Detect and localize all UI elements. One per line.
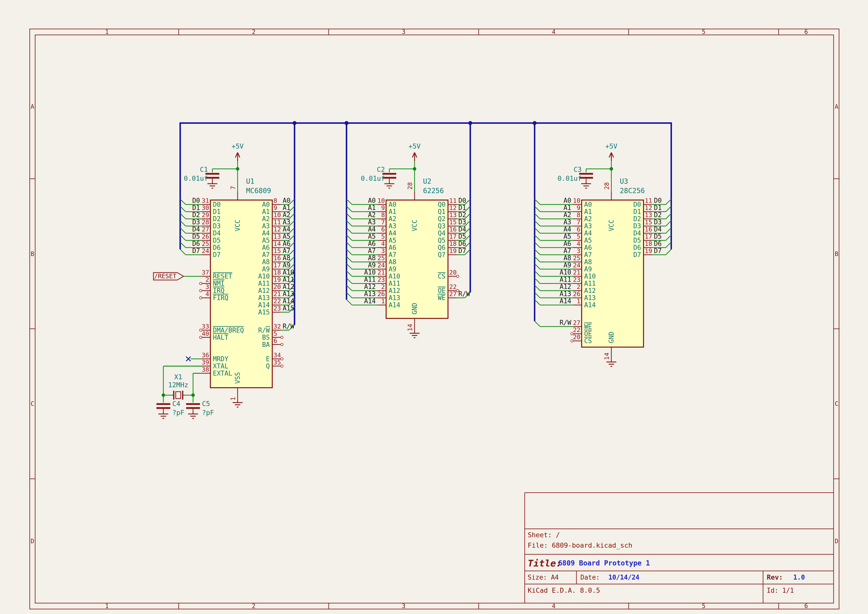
ground-symbol[interactable] (208, 182, 217, 188)
pin-number[interactable]: 11 (449, 197, 457, 204)
pin-number[interactable]: 28 (406, 182, 414, 190)
net-label[interactable]: A3 (283, 219, 290, 226)
net-label[interactable]: A9 (283, 262, 290, 269)
pin-number[interactable]: 8 (273, 197, 277, 204)
pin-name[interactable]: A6 (262, 244, 270, 251)
net-label[interactable]: A10 (560, 268, 571, 276)
pin-name[interactable]: D4 (213, 229, 220, 237)
pin-number[interactable]: 28 (603, 182, 610, 190)
ic-value[interactable]: 28C256 (620, 187, 645, 195)
pin-number[interactable]: 20 (449, 269, 457, 276)
bus-entry[interactable] (535, 220, 540, 226)
net-label[interactable]: A2 (368, 211, 376, 219)
pin-name[interactable]: A5 (262, 237, 270, 244)
pin-name[interactable]: DMA/BREQ (213, 327, 244, 334)
pin-number[interactable]: 35 (273, 359, 281, 366)
capacitor-value[interactable]: ?pF (172, 409, 184, 416)
ic-value[interactable]: MC6809 (246, 187, 271, 195)
bus-entry[interactable] (180, 249, 186, 255)
pin-name[interactable]: A11 (584, 280, 596, 287)
power-cluster-u1[interactable]: +5VC10.01uf (184, 143, 243, 192)
pin-number[interactable]: 12 (449, 204, 457, 211)
net-label[interactable]: D7 (654, 247, 662, 254)
bus-entry[interactable] (666, 242, 671, 248)
pin-name[interactable]: A2 (584, 215, 592, 223)
pin-name[interactable]: A14 (389, 301, 400, 309)
net-label[interactable]: A8 (368, 254, 376, 262)
pin-name[interactable]: A7 (262, 251, 270, 259)
pin-name[interactable]: D3 (633, 222, 641, 230)
pin-name[interactable]: A1 (262, 208, 270, 216)
pin-number[interactable]: 16 (273, 254, 281, 262)
titleblock-title-value[interactable]: 6809 Board Prototype 1 (558, 559, 650, 567)
bus-entry[interactable] (535, 235, 540, 240)
net-label[interactable]: A2 (564, 211, 571, 219)
pin-number[interactable]: 18 (449, 240, 457, 247)
bus-entry[interactable] (666, 220, 671, 226)
pin-number[interactable]: 4 (381, 240, 385, 247)
pin-number[interactable]: 24 (377, 262, 385, 269)
pin-number[interactable]: 15 (645, 219, 652, 226)
pin-name[interactable]: GND (411, 303, 418, 315)
pin-number[interactable]: 3 (205, 283, 209, 290)
pin-number[interactable]: 2 (577, 283, 580, 290)
pin-number[interactable]: 10 (273, 211, 281, 219)
pin-name[interactable]: CS (438, 273, 445, 280)
pin-number[interactable]: 19 (645, 247, 652, 254)
pin-name[interactable]: A12 (584, 287, 596, 295)
bus-entry[interactable] (535, 213, 540, 219)
bus-entry[interactable] (535, 242, 540, 248)
pin-name[interactable]: FIRQ (213, 294, 228, 302)
pin-number[interactable]: 21 (377, 269, 385, 276)
crystal-value[interactable]: 12MHz (168, 381, 188, 389)
pin-name[interactable]: Q1 (438, 208, 445, 216)
pin-name[interactable]: A14 (258, 301, 270, 309)
pin-name[interactable]: A3 (389, 222, 396, 230)
pin-name[interactable]: A11 (389, 280, 400, 287)
pin-number[interactable]: 23 (377, 276, 385, 283)
pin-number[interactable]: 25 (377, 254, 385, 262)
net-label[interactable]: A15 (283, 304, 294, 312)
bus-entry[interactable] (666, 249, 671, 255)
net-label[interactable]: A9 (368, 262, 376, 269)
pin-name[interactable]: Q4 (438, 229, 445, 237)
pin-name[interactable]: A10 (258, 273, 270, 280)
net-label[interactable]: A6 (564, 240, 571, 247)
pin-name[interactable]: A0 (262, 201, 270, 208)
bus-entry[interactable] (347, 278, 352, 284)
pin-name[interactable]: A3 (584, 222, 592, 230)
power-net-label[interactable]: +5V (232, 143, 244, 150)
bus-entry[interactable] (666, 213, 671, 219)
pin-name[interactable]: A12 (389, 287, 400, 295)
net-label[interactable]: A12 (283, 283, 294, 290)
capacitor-value[interactable]: 0.01uf (184, 175, 208, 182)
ground-symbol[interactable] (158, 412, 168, 419)
global-label-reset[interactable]: /RESET (153, 273, 184, 280)
pin-name[interactable]: A13 (584, 294, 596, 302)
pin-number[interactable]: 9 (273, 204, 277, 211)
pin-name[interactable]: D1 (213, 208, 220, 216)
capacitor-reference[interactable]: C4 (172, 400, 180, 408)
pin-number[interactable]: 9 (577, 204, 580, 211)
pin-number[interactable]: 33 (202, 323, 209, 330)
pin-name[interactable]: Q6 (438, 244, 445, 251)
pin-number[interactable]: 2 (205, 276, 209, 283)
pin-number[interactable]: 11 (273, 219, 281, 226)
pin-number[interactable]: 5 (577, 233, 580, 240)
net-label[interactable]: D2 (654, 211, 662, 219)
pin-number[interactable]: 6 (577, 226, 580, 233)
net-label[interactable]: A8 (283, 254, 290, 262)
net-label[interactable]: A5 (368, 233, 376, 240)
net-label[interactable]: A7 (283, 247, 290, 254)
net-label[interactable]: A5 (283, 233, 290, 240)
pin-name[interactable]: A1 (389, 208, 396, 216)
bus-entry[interactable] (347, 285, 352, 291)
pin-number[interactable]: 36 (202, 352, 209, 359)
pin-number[interactable]: 14 (406, 324, 414, 331)
pin-name[interactable]: A4 (389, 229, 396, 237)
capacitor-value[interactable]: 0.01uf (557, 175, 582, 182)
capacitor-reference[interactable]: C5 (202, 400, 210, 408)
pin-name[interactable]: A2 (389, 215, 396, 223)
net-label[interactable]: D1 (192, 204, 200, 211)
net-label[interactable]: A6 (283, 240, 290, 247)
